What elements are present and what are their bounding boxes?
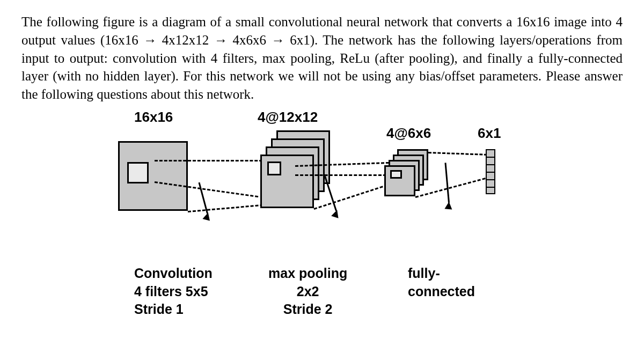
caption-conv: Convolution 4 filters 5x5 Stride 1	[134, 265, 213, 319]
caption-conv-l2: 4 filters 5x5	[134, 283, 213, 301]
fc-receptive-icon	[390, 170, 402, 179]
caption-conv-l1: Convolution	[134, 265, 213, 283]
label-conv-out: 4@12x12	[258, 109, 318, 126]
label-pool-out: 4@6x6	[386, 125, 431, 142]
problem-text: The following figure is a diagram of a s…	[21, 13, 623, 104]
fc-cell	[486, 187, 495, 194]
caption-pool-l3: Stride 2	[268, 300, 347, 319]
fc-cell	[486, 179, 495, 187]
pool-plate-1	[384, 165, 415, 196]
caption-fc: fully- connected	[408, 265, 475, 301]
input-plate	[118, 141, 188, 211]
page: The following figure is a diagram of a s…	[0, 0, 644, 360]
fc-output-column	[486, 149, 495, 194]
caption-pool-l1: max pooling	[268, 265, 347, 283]
fc-cell	[486, 164, 495, 172]
caption-fc-l1: fully-	[408, 265, 475, 283]
fc-cell	[486, 149, 495, 157]
fc-cell	[486, 157, 495, 164]
caption-pool: max pooling 2x2 Stride 2	[268, 265, 347, 319]
cnn-diagram: 16x16 4@12x12 4@6x6 6x1	[113, 109, 596, 340]
pool-window-icon	[267, 161, 281, 175]
conv-plate-1	[260, 155, 314, 208]
caption-conv-l3: Stride 1	[134, 300, 213, 319]
label-input: 16x16	[134, 109, 173, 126]
label-fc-out: 6x1	[478, 125, 501, 142]
caption-fc-l2: connected	[408, 283, 475, 301]
fc-cell	[486, 172, 495, 179]
caption-pool-l2: 2x2	[268, 283, 347, 301]
conv-filter-window-icon	[127, 162, 149, 183]
